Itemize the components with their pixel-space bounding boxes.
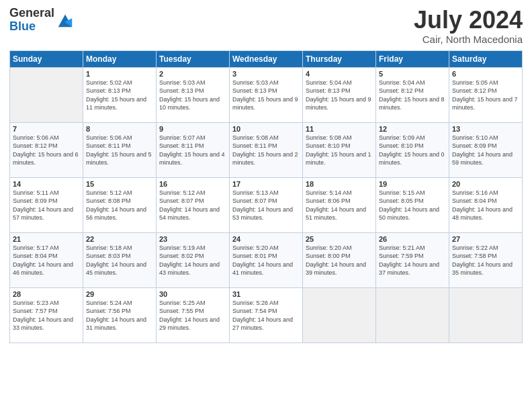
day-number: 7: [13, 125, 80, 133]
day-cell: 28Sunrise: 5:23 AMSunset: 7:57 PMDayligh…: [10, 287, 83, 342]
day-info: Sunrise: 5:12 AMSunset: 8:07 PMDaylight:…: [159, 189, 226, 222]
day-number: 19: [379, 180, 446, 188]
day-number: 26: [379, 235, 446, 243]
week-row-3: 14Sunrise: 5:11 AMSunset: 8:09 PMDayligh…: [10, 177, 523, 232]
day-cell: 13Sunrise: 5:10 AMSunset: 8:09 PMDayligh…: [449, 122, 523, 177]
title-section: July 2024 Cair, North Macedonia: [414, 7, 523, 45]
calendar-table: Sunday Monday Tuesday Wednesday Thursday…: [9, 50, 523, 343]
day-info: Sunrise: 5:08 AMSunset: 8:11 PMDaylight:…: [232, 134, 300, 167]
col-tuesday: Tuesday: [157, 50, 230, 67]
day-number: 10: [232, 125, 300, 133]
day-info: Sunrise: 5:05 AMSunset: 8:12 PMDaylight:…: [452, 79, 519, 112]
day-info: Sunrise: 5:02 AMSunset: 8:13 PMDaylight:…: [86, 79, 153, 112]
day-number: 14: [13, 180, 80, 188]
day-info: Sunrise: 5:06 AMSunset: 8:12 PMDaylight:…: [13, 134, 80, 167]
day-cell: 23Sunrise: 5:19 AMSunset: 8:02 PMDayligh…: [157, 232, 230, 287]
day-number: 28: [13, 290, 80, 298]
location-title: Cair, North Macedonia: [414, 34, 523, 45]
day-info: Sunrise: 5:23 AMSunset: 7:57 PMDaylight:…: [13, 299, 80, 332]
day-cell: 20Sunrise: 5:16 AMSunset: 8:04 PMDayligh…: [449, 177, 523, 232]
day-cell: 21Sunrise: 5:17 AMSunset: 8:04 PMDayligh…: [10, 232, 83, 287]
day-info: Sunrise: 5:15 AMSunset: 8:05 PMDaylight:…: [379, 189, 446, 222]
week-row-1: 1Sunrise: 5:02 AMSunset: 8:13 PMDaylight…: [10, 67, 523, 122]
day-info: Sunrise: 5:03 AMSunset: 8:13 PMDaylight:…: [159, 79, 226, 112]
day-cell: 31Sunrise: 5:26 AMSunset: 7:54 PMDayligh…: [230, 287, 303, 342]
day-cell: 29Sunrise: 5:24 AMSunset: 7:56 PMDayligh…: [83, 287, 157, 342]
day-number: 15: [86, 180, 153, 188]
col-wednesday: Wednesday: [230, 50, 303, 67]
day-info: Sunrise: 5:16 AMSunset: 8:04 PMDaylight:…: [452, 189, 519, 222]
day-info: Sunrise: 5:06 AMSunset: 8:11 PMDaylight:…: [86, 134, 153, 167]
day-info: Sunrise: 5:20 AMSunset: 8:01 PMDaylight:…: [232, 244, 300, 277]
day-info: Sunrise: 5:04 AMSunset: 8:12 PMDaylight:…: [379, 79, 446, 112]
col-sunday: Sunday: [10, 50, 83, 67]
day-number: 9: [159, 125, 226, 133]
day-number: 5: [379, 70, 446, 78]
day-cell: 12Sunrise: 5:09 AMSunset: 8:10 PMDayligh…: [376, 122, 449, 177]
day-info: Sunrise: 5:18 AMSunset: 8:03 PMDaylight:…: [86, 244, 153, 277]
day-cell: 14Sunrise: 5:11 AMSunset: 8:09 PMDayligh…: [10, 177, 83, 232]
day-cell: 24Sunrise: 5:20 AMSunset: 8:01 PMDayligh…: [230, 232, 303, 287]
day-info: Sunrise: 5:22 AMSunset: 7:58 PMDaylight:…: [452, 244, 519, 277]
day-number: 3: [232, 70, 300, 78]
week-row-2: 7Sunrise: 5:06 AMSunset: 8:12 PMDaylight…: [10, 122, 523, 177]
day-info: Sunrise: 5:17 AMSunset: 8:04 PMDaylight:…: [13, 244, 80, 277]
day-info: Sunrise: 5:07 AMSunset: 8:11 PMDaylight:…: [159, 134, 226, 167]
day-cell: 16Sunrise: 5:12 AMSunset: 8:07 PMDayligh…: [157, 177, 230, 232]
day-number: 17: [232, 180, 300, 188]
day-cell: 4Sunrise: 5:04 AMSunset: 8:13 PMDaylight…: [303, 67, 376, 122]
header: General Blue July 2024 Cair, North Maced…: [9, 7, 523, 45]
day-cell: [10, 67, 83, 122]
day-info: Sunrise: 5:21 AMSunset: 7:59 PMDaylight:…: [379, 244, 446, 277]
day-cell: 11Sunrise: 5:08 AMSunset: 8:10 PMDayligh…: [303, 122, 376, 177]
day-info: Sunrise: 5:09 AMSunset: 8:10 PMDaylight:…: [379, 134, 446, 167]
day-cell: 27Sunrise: 5:22 AMSunset: 7:58 PMDayligh…: [449, 232, 523, 287]
day-info: Sunrise: 5:26 AMSunset: 7:54 PMDaylight:…: [232, 299, 300, 332]
day-number: 4: [306, 70, 373, 78]
day-number: 2: [159, 70, 226, 78]
day-number: 21: [13, 235, 80, 243]
day-cell: [449, 287, 523, 342]
day-info: Sunrise: 5:04 AMSunset: 8:13 PMDaylight:…: [306, 79, 373, 112]
day-cell: 25Sunrise: 5:20 AMSunset: 8:00 PMDayligh…: [303, 232, 376, 287]
day-cell: 3Sunrise: 5:03 AMSunset: 8:13 PMDaylight…: [230, 67, 303, 122]
day-info: Sunrise: 5:11 AMSunset: 8:09 PMDaylight:…: [13, 189, 80, 222]
day-cell: 30Sunrise: 5:25 AMSunset: 7:55 PMDayligh…: [157, 287, 230, 342]
day-cell: 8Sunrise: 5:06 AMSunset: 8:11 PMDaylight…: [83, 122, 157, 177]
day-info: Sunrise: 5:19 AMSunset: 8:02 PMDaylight:…: [159, 244, 226, 277]
day-info: Sunrise: 5:13 AMSunset: 8:07 PMDaylight:…: [232, 189, 300, 222]
day-number: 11: [306, 125, 373, 133]
day-cell: 7Sunrise: 5:06 AMSunset: 8:12 PMDaylight…: [10, 122, 83, 177]
col-monday: Monday: [83, 50, 157, 67]
page: General Blue July 2024 Cair, North Maced…: [0, 0, 532, 411]
col-friday: Friday: [376, 50, 449, 67]
day-number: 27: [452, 235, 519, 243]
day-cell: 2Sunrise: 5:03 AMSunset: 8:13 PMDaylight…: [157, 67, 230, 122]
day-info: Sunrise: 5:08 AMSunset: 8:10 PMDaylight:…: [306, 134, 373, 167]
day-number: 22: [86, 235, 153, 243]
day-number: 13: [452, 125, 519, 133]
week-row-5: 28Sunrise: 5:23 AMSunset: 7:57 PMDayligh…: [10, 287, 523, 342]
month-title: July 2024: [414, 7, 523, 34]
day-number: 29: [86, 290, 153, 298]
day-number: 6: [452, 70, 519, 78]
day-cell: 6Sunrise: 5:05 AMSunset: 8:12 PMDaylight…: [449, 67, 523, 122]
day-number: 1: [86, 70, 153, 78]
calendar-body: 1Sunrise: 5:02 AMSunset: 8:13 PMDaylight…: [10, 67, 523, 342]
day-cell: 22Sunrise: 5:18 AMSunset: 8:03 PMDayligh…: [83, 232, 157, 287]
logo-blue: Blue: [9, 20, 54, 34]
week-row-4: 21Sunrise: 5:17 AMSunset: 8:04 PMDayligh…: [10, 232, 523, 287]
day-number: 12: [379, 125, 446, 133]
logo-general: General: [9, 7, 54, 20]
day-number: 31: [232, 290, 300, 298]
col-saturday: Saturday: [449, 50, 523, 67]
day-cell: 10Sunrise: 5:08 AMSunset: 8:11 PMDayligh…: [230, 122, 303, 177]
day-cell: 19Sunrise: 5:15 AMSunset: 8:05 PMDayligh…: [376, 177, 449, 232]
day-number: 24: [232, 235, 300, 243]
day-info: Sunrise: 5:10 AMSunset: 8:09 PMDaylight:…: [452, 134, 519, 167]
day-info: Sunrise: 5:24 AMSunset: 7:56 PMDaylight:…: [86, 299, 153, 332]
day-info: Sunrise: 5:20 AMSunset: 8:00 PMDaylight:…: [306, 244, 373, 277]
day-cell: 15Sunrise: 5:12 AMSunset: 8:08 PMDayligh…: [83, 177, 157, 232]
day-number: 8: [86, 125, 153, 133]
day-info: Sunrise: 5:12 AMSunset: 8:08 PMDaylight:…: [86, 189, 153, 222]
